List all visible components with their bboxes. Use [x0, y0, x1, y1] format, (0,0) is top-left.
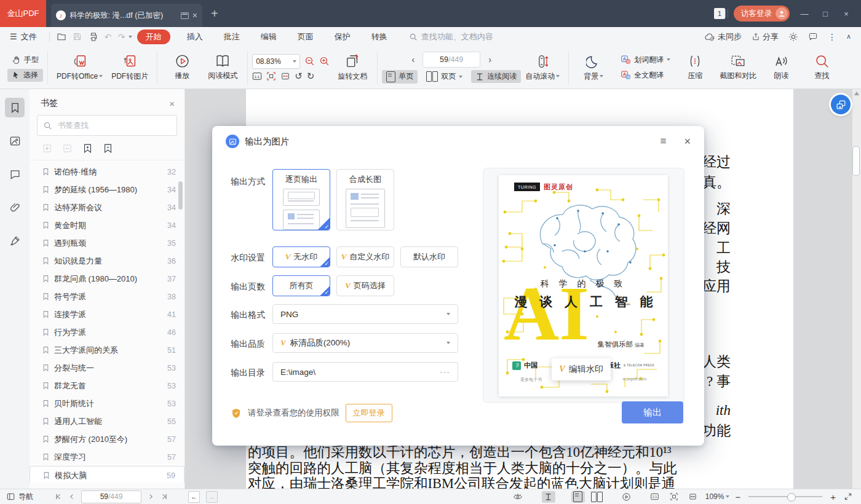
close-panel-icon[interactable]: × — [169, 98, 175, 109]
prev-page-icon[interactable]: ‹ — [408, 54, 418, 65]
rotate-right-icon[interactable]: ↻ — [307, 71, 315, 81]
more-options-icon[interactable]: ⋮ — [828, 32, 836, 42]
single-page-toggle[interactable] — [571, 491, 585, 503]
document-scrollbar-thumb[interactable] — [852, 146, 860, 176]
play-button[interactable]: 播放 — [162, 52, 202, 82]
pdf-to-image-button[interactable]: PDF转图片 — [107, 52, 153, 83]
first-page-icon[interactable] — [54, 493, 62, 500]
undo-icon[interactable]: ↶ — [101, 32, 115, 42]
ribbon-tab[interactable]: 批注 — [213, 31, 250, 42]
actual-size-icon[interactable]: 1:1 — [252, 71, 262, 81]
export-button[interactable]: 输出 — [622, 401, 683, 423]
prev-page-icon[interactable] — [68, 493, 75, 500]
pin-tab-icon[interactable] — [181, 12, 189, 19]
redo-icon[interactable]: ↷ — [115, 32, 129, 42]
fit-page-icon[interactable] — [266, 71, 276, 81]
browse-folder-icon[interactable]: ··· — [440, 367, 450, 377]
zoom-percent-dropdown[interactable]: 109% — [705, 492, 730, 501]
method-page-by-page-card[interactable]: 逐页输出 ✓ — [272, 169, 330, 230]
quality-select[interactable]: V 标清品质(200%) — [272, 333, 458, 353]
zoom-in-icon[interactable] — [319, 56, 330, 66]
document-scrollbar[interactable] — [852, 89, 861, 489]
share-button[interactable]: 分享 — [752, 31, 779, 42]
bookmark-item[interactable]: 梦的延续 (1956—1980) 34 — [30, 181, 184, 199]
fit-width-icon[interactable] — [280, 71, 290, 81]
screenshot-compare-button[interactable]: 截图和对比 — [715, 52, 761, 82]
page-number-input[interactable]: 59 /449 — [423, 52, 480, 68]
actual-size-button[interactable]: 1:1 — [648, 491, 662, 503]
pdf-to-office-button[interactable]: PDF转Office — [52, 52, 107, 83]
rotate-left-icon[interactable]: ↺ — [295, 71, 303, 81]
collapse-ribbon-icon[interactable]: ∧ — [846, 33, 851, 41]
comments-panel-button[interactable] — [5, 164, 25, 184]
history-back-button[interactable]: ← — [188, 491, 200, 503]
login-now-button[interactable]: 立即登录 — [346, 404, 392, 422]
ribbon-tab[interactable]: 保护 — [324, 31, 361, 42]
bookmark-item[interactable]: 遇到瓶颈 35 — [30, 234, 184, 252]
save-icon[interactable] — [69, 32, 85, 41]
history-forward-button[interactable]: → — [206, 491, 218, 503]
navigation-toggle[interactable]: 导航 — [6, 492, 33, 502]
scroll-up-icon[interactable] — [854, 92, 859, 95]
find-button[interactable]: 查找 — [801, 52, 842, 82]
pages-all-button[interactable]: 所有页 ✓ — [272, 275, 330, 296]
zoom-in-button[interactable]: + — [830, 492, 836, 502]
bookmark-search-input[interactable] — [57, 120, 151, 130]
bookmark-search[interactable] — [37, 115, 177, 136]
attachments-panel-button[interactable] — [5, 197, 25, 217]
collapse-all-icon[interactable] — [62, 143, 73, 154]
maximize-button[interactable]: □ — [819, 9, 831, 18]
bookmark-item[interactable]: 连接学派 41 — [30, 305, 184, 323]
method-long-image-card[interactable]: 合成长图 — [336, 169, 394, 230]
bookmark-item[interactable]: 黄金时期 34 — [30, 216, 184, 234]
open-file-icon[interactable] — [54, 32, 69, 42]
bookmark-item[interactable]: 模拟大脑 59 — [30, 466, 184, 482]
bookmark-item[interactable]: 梦醒何方 (2010至今) 57 — [30, 430, 184, 448]
quick-tools-dropdown-icon[interactable] — [129, 36, 132, 38]
hand-tool-button[interactable]: 手型 — [7, 53, 43, 66]
dialog-menu-icon[interactable]: ≡ — [661, 135, 667, 148]
new-tab-button[interactable]: + — [211, 0, 218, 27]
ribbon-tab[interactable]: 插入 — [177, 31, 213, 42]
signature-panel-button[interactable] — [5, 230, 25, 250]
zoom-out-button[interactable]: − — [735, 492, 740, 502]
double-page-toggle[interactable] — [590, 491, 604, 503]
bookmark-item[interactable]: 知识就是力量 36 — [30, 252, 184, 270]
last-page-icon[interactable] — [161, 493, 169, 500]
word-translate-button[interactable]: 划词翻译 — [616, 53, 675, 66]
auto-scroll-button[interactable]: 自动滚动 — [521, 52, 564, 83]
rotate-document-button[interactable]: 旋转文档 — [332, 52, 373, 83]
bookmark-item[interactable]: 通用人工智能 55 — [30, 412, 184, 430]
app-home-tab[interactable]: 金山PDF — [0, 0, 46, 27]
format-select[interactable]: PNG — [272, 304, 458, 324]
settings-gear-icon[interactable] — [788, 32, 798, 42]
watermark-none-button[interactable]: V 无水印 ✓ — [272, 246, 330, 267]
zoom-value-dropdown[interactable]: 08.83% — [252, 54, 300, 69]
dialog-close-icon[interactable]: × — [684, 135, 691, 148]
next-page-icon[interactable]: › — [485, 54, 495, 65]
panel-scrollbar-thumb[interactable] — [178, 181, 183, 210]
bookmark-item[interactable]: 分裂与统一 53 — [30, 359, 184, 377]
zoom-out-icon[interactable] — [304, 56, 315, 66]
bookmark-item[interactable]: 行为学派 46 — [30, 323, 184, 341]
watermark-custom-button[interactable]: V 自定义水印 — [336, 246, 394, 267]
background-button[interactable]: 背景 — [573, 52, 614, 83]
add-bookmark-icon[interactable] — [82, 143, 93, 154]
read-aloud-button[interactable]: 朗读 — [761, 52, 801, 82]
eye-protection-icon[interactable] — [511, 491, 525, 503]
next-page-icon[interactable] — [148, 493, 154, 500]
bookmark-item[interactable]: 诺伯特·维纳 32 — [30, 163, 184, 181]
edit-watermark-button[interactable]: V 编辑水印 — [552, 358, 611, 380]
reading-mode-button[interactable]: 阅读模式 — [202, 52, 243, 82]
single-page-button[interactable]: 单页 — [382, 70, 418, 84]
bookmark-item[interactable]: 三大学派间的关系 51 — [30, 341, 184, 359]
window-count-badge[interactable]: 1 — [714, 8, 725, 19]
bookmark-item[interactable]: 符号学派 38 — [30, 288, 184, 305]
bookmark-item[interactable]: 贝叶斯统计 53 — [30, 395, 184, 412]
global-search[interactable]: 查找功能、文档内容 — [409, 31, 493, 42]
continuous-reading-button[interactable]: 连续阅读 — [471, 70, 521, 83]
play-slideshow-icon[interactable] — [620, 491, 633, 503]
fit-width-button[interactable] — [686, 491, 700, 503]
ribbon-tab[interactable]: 页面 — [287, 31, 324, 42]
zoom-slider-knob[interactable] — [787, 493, 796, 502]
